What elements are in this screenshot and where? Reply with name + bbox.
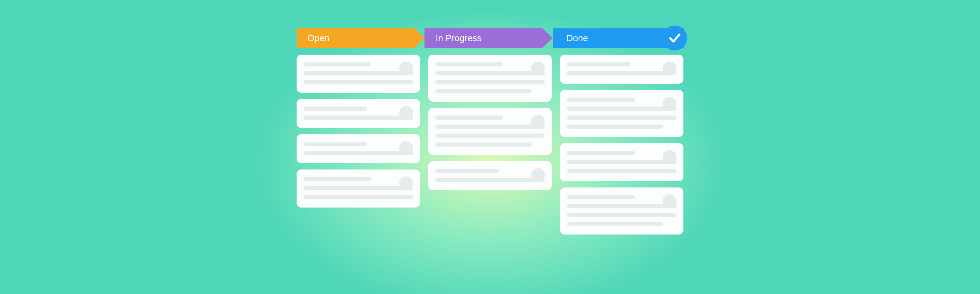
text-placeholder [435,125,545,129]
text-placeholder [435,80,545,85]
avatar-placeholder [663,97,676,111]
text-placeholder [435,115,503,120]
done-badge [662,26,687,51]
column-done [560,55,683,235]
text-placeholder [435,142,531,147]
text-placeholder [567,71,676,75]
text-placeholder [567,107,676,111]
task-card[interactable] [560,187,683,235]
text-placeholder [435,62,503,66]
text-placeholder [567,169,676,173]
task-card[interactable] [428,55,552,102]
avatar-placeholder [531,62,545,75]
text-placeholder [567,125,663,129]
task-card[interactable] [297,134,420,163]
column-header-open[interactable]: Open [297,28,425,48]
text-placeholder [567,213,676,217]
text-placeholder [567,160,676,164]
task-card[interactable] [428,161,552,190]
board-columns [297,55,684,235]
avatar-placeholder [531,115,545,129]
avatar-placeholder [531,168,545,182]
text-placeholder [304,62,372,66]
column-label-done: Done [566,33,588,43]
text-placeholder [435,134,545,137]
task-card[interactable] [560,143,683,181]
avatar-placeholder [663,62,676,75]
text-placeholder [435,169,499,173]
task-card[interactable] [560,90,683,137]
task-card[interactable] [297,55,420,93]
text-placeholder [304,195,413,199]
text-placeholder [304,177,372,181]
text-placeholder [567,62,630,66]
column-label-in-progress: In Progress [436,33,482,43]
avatar-placeholder [663,150,676,164]
text-placeholder [567,222,663,226]
text-placeholder [567,151,635,155]
text-placeholder [435,71,545,75]
text-placeholder [435,89,531,93]
text-placeholder [567,195,635,199]
column-header-done[interactable]: Done [553,28,684,48]
text-placeholder [304,80,413,85]
text-placeholder [435,178,545,182]
task-card[interactable] [297,99,420,128]
text-placeholder [567,115,676,120]
checkmark-icon [668,31,682,45]
column-headers: Open In Progress Done [297,28,684,48]
column-in-progress [428,55,552,235]
text-placeholder [304,142,367,146]
task-card[interactable] [297,169,420,208]
text-placeholder [304,71,413,75]
text-placeholder [304,115,413,120]
task-card[interactable] [560,55,683,84]
kanban-board: Open In Progress Done [297,28,684,235]
task-card[interactable] [428,108,552,155]
text-placeholder [304,107,367,111]
column-header-in-progress[interactable]: In Progress [425,28,553,48]
column-open [297,55,420,235]
text-placeholder [567,97,635,102]
text-placeholder [304,186,413,190]
avatar-placeholder [663,194,676,208]
column-label-open: Open [308,33,330,43]
text-placeholder [567,204,676,208]
text-placeholder [304,151,413,155]
